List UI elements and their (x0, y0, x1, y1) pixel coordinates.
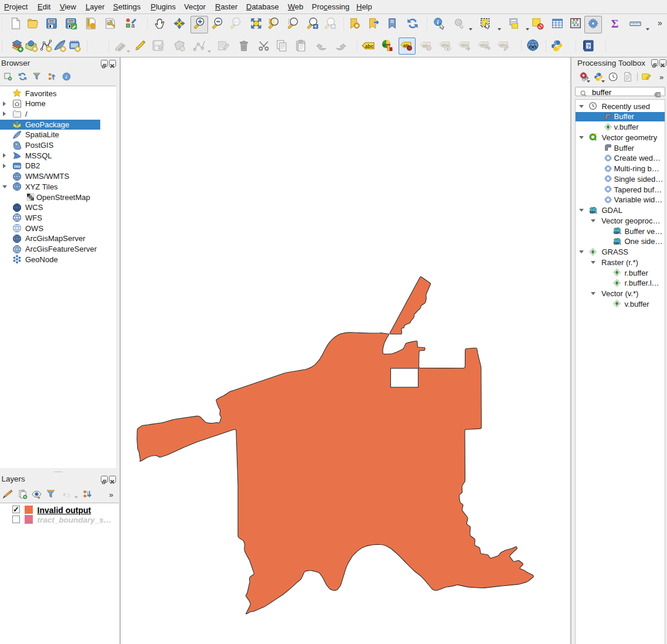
svg-text:DB2: DB2 (14, 164, 21, 168)
svg-text:GDAL: GDAL (614, 242, 621, 245)
svg-text:ε: ε (63, 491, 66, 497)
svg-text:GDAL: GDAL (590, 211, 597, 213)
svg-text:abc: abc (365, 43, 374, 49)
svg-text:i: i (65, 74, 67, 80)
svg-text:a: a (131, 22, 135, 29)
svg-text:i: i (437, 19, 438, 25)
svg-text:abc: abc (500, 42, 508, 48)
svg-text:abc: abc (461, 42, 469, 48)
svg-text:Σ: Σ (611, 18, 619, 30)
svg-text:?: ? (587, 43, 591, 49)
svg-text:GDAL: GDAL (614, 232, 621, 235)
svg-text:1:1: 1:1 (234, 20, 239, 23)
